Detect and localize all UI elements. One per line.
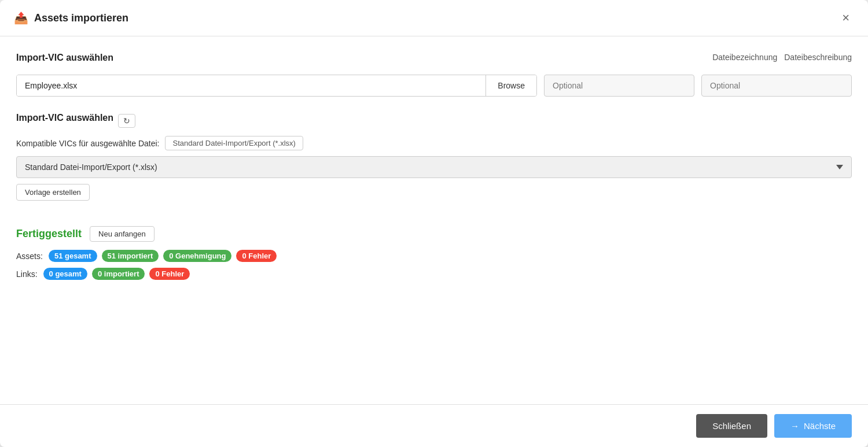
neu-anfangen-button[interactable]: Neu anfangen xyxy=(90,226,155,242)
naechste-label: Nächste xyxy=(804,421,836,431)
status-header: Fertiggestellt Neu anfangen xyxy=(16,226,852,242)
naechste-button[interactable]: → Nächste xyxy=(774,414,852,438)
import-modal: 📤 Assets importieren × Import-VIC auswäh… xyxy=(0,0,868,447)
optional-inputs xyxy=(544,75,852,97)
file-input[interactable] xyxy=(17,75,486,96)
dateibezeichnung-input[interactable] xyxy=(544,75,694,97)
assets-gesamt-badge: 51 gesamt xyxy=(49,250,97,262)
refresh-button[interactable]: ↻ xyxy=(118,114,135,128)
dateibezeichnung-group: Dateibezeichnung xyxy=(712,53,777,68)
assets-genehmigung-badge: 0 Genehmigung xyxy=(163,250,231,262)
status-section: Fertiggestellt Neu anfangen Assets: 51 g… xyxy=(16,226,852,280)
optional-columns: Dateibezeichnung Dateibeschreibung xyxy=(712,53,852,68)
dateibeschreibung-label: Dateibeschreibung xyxy=(784,53,852,62)
arrow-icon: → xyxy=(790,421,799,431)
assets-fehler-badge: 0 Fehler xyxy=(236,250,277,262)
import-icon: 📤 xyxy=(14,11,28,25)
modal-footer: Schließen → Nächste xyxy=(0,404,868,447)
dateibeschreibung-group: Dateibeschreibung xyxy=(784,53,852,68)
vic-select[interactable]: Standard Datei-Import/Export (*.xlsx) xyxy=(16,156,852,178)
assets-row: Assets: 51 gesamt 51 importiert 0 Genehm… xyxy=(16,250,852,262)
schliessen-button[interactable]: Schließen xyxy=(696,414,767,438)
vic-section: Import-VIC auswählen ↻ Kompatible VICs f… xyxy=(16,113,852,215)
file-selection-section: Import-VIC auswählen Dateibezeichnung Da… xyxy=(16,53,852,113)
close-button[interactable]: × xyxy=(837,9,854,27)
modal-header: 📤 Assets importieren × xyxy=(0,0,868,36)
vorlage-button[interactable]: Vorlage erstellen xyxy=(16,184,90,201)
fertig-label: Fertiggestellt xyxy=(16,228,82,240)
file-input-group: Browse xyxy=(16,75,537,97)
modal-title: 📤 Assets importieren xyxy=(14,11,128,25)
section1-label: Import-VIC auswählen xyxy=(16,53,705,63)
dateibezeichnung-label: Dateibezeichnung xyxy=(712,53,777,62)
modal-title-text: Assets importieren xyxy=(34,12,128,24)
assets-label: Assets: xyxy=(16,252,43,261)
links-fehler-badge: 0 Fehler xyxy=(149,268,190,280)
links-importiert-badge: 0 importiert xyxy=(92,268,145,280)
section2-label: Import-VIC auswählen xyxy=(16,113,113,123)
vic-header: Import-VIC auswählen ↻ xyxy=(16,113,852,129)
assets-importiert-badge: 51 importiert xyxy=(102,250,159,262)
compatible-tag: Standard Datei-Import/Export (*.xlsx) xyxy=(165,136,303,150)
dateibeschreibung-input[interactable] xyxy=(701,75,852,97)
links-label: Links: xyxy=(16,269,38,279)
modal-body: Import-VIC auswählen Dateibezeichnung Da… xyxy=(0,36,868,404)
file-row: Browse xyxy=(16,75,852,97)
links-row: Links: 0 gesamt 0 importiert 0 Fehler xyxy=(16,268,852,280)
compatible-row: Kompatible VICs für ausgewählte Datei: S… xyxy=(16,136,852,150)
compatible-label: Kompatible VICs für ausgewählte Datei: xyxy=(16,139,159,148)
links-gesamt-badge: 0 gesamt xyxy=(43,268,87,280)
browse-button[interactable]: Browse xyxy=(486,75,536,96)
